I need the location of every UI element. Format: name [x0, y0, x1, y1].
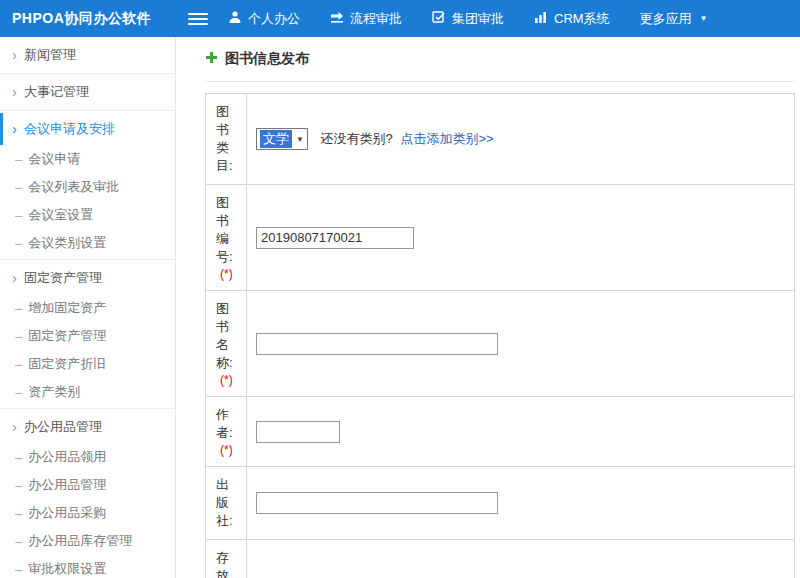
dash-icon: – [15, 562, 22, 577]
row-category: 图书类目: 文学 ▼ 还没有类别? 点击添加类别>> [206, 94, 795, 185]
row-location: 存放地点:(*) [206, 540, 795, 578]
publisher-input[interactable] [256, 492, 498, 514]
sidebar-subitem-add-asset[interactable]: –增加固定资产 [0, 294, 175, 322]
category-hint: 还没有类别? [321, 131, 393, 146]
topbar: PHPOA协同办公软件 个人办公 流程审批 集团审批 CRM系统 更多应用 ▼ [0, 0, 800, 37]
sidebar-subitem-label: 会议列表及审批 [28, 178, 119, 196]
sidebar-subitem-label: 增加固定资产 [28, 299, 106, 317]
nav-workflow-approval[interactable]: 流程审批 [330, 10, 402, 28]
sidebar-item-news-mgmt[interactable]: › 新闻管理 [0, 39, 175, 71]
add-icon [205, 51, 218, 67]
sidebar-subitem-label: 固定资产折旧 [28, 355, 106, 373]
dash-icon: – [15, 450, 22, 465]
app-window: PHPOA协同办公软件 个人办公 流程审批 集团审批 CRM系统 更多应用 ▼ [0, 0, 800, 578]
field-label: 图书名称: [216, 301, 233, 370]
chevron-right-icon: › [12, 50, 17, 60]
sidebar-subitem-label: 会议申请 [28, 150, 80, 168]
sidebar-subitem-label: 办公用品库存管理 [28, 532, 132, 550]
dash-icon: – [15, 180, 22, 195]
required-mark: (*) [220, 373, 233, 387]
main-content: 图书信息发布 图书类目: 文学 ▼ 还没有类别? 点击添加类别>> [176, 37, 800, 578]
sidebar-subitem-label: 会议类别设置 [28, 234, 106, 252]
author-input[interactable] [256, 421, 340, 443]
caret-down-icon: ▼ [700, 14, 708, 23]
sidebar-item-label: 办公用品管理 [24, 418, 102, 436]
sidebar-subitem-supplies-mgmt[interactable]: –办公用品管理 [0, 471, 175, 499]
required-mark: (*) [220, 267, 233, 281]
chevron-right-icon: › [12, 422, 17, 432]
sidebar: › 新闻管理 › 大事记管理 › 会议申请及安排 –会议申请 –会议列表及审批 … [0, 37, 176, 578]
sidebar-subitem-supplies-purchase[interactable]: –办公用品采购 [0, 499, 175, 527]
sidebar-subitem-meeting-list[interactable]: –会议列表及审批 [0, 173, 175, 201]
dash-icon: – [15, 385, 22, 400]
required-mark: (*) [220, 443, 233, 457]
book-code-input[interactable] [256, 227, 414, 249]
menu-icon[interactable] [188, 13, 208, 25]
app-logo: PHPOA协同办公软件 [0, 10, 176, 28]
sidebar-subitem-meeting-room-settings[interactable]: –会议室设置 [0, 201, 175, 229]
approval-check-icon [432, 10, 446, 27]
dash-icon: – [15, 152, 22, 167]
sidebar-item-label: 新闻管理 [24, 46, 76, 64]
sidebar-item-fixed-assets-mgmt[interactable]: › 固定资产管理 [0, 262, 175, 294]
sidebar-subitem-meeting-apply[interactable]: –会议申请 [0, 145, 175, 173]
category-select[interactable]: 文学 ▼ [256, 128, 308, 150]
row-book-name: 图书名称:(*) [206, 291, 795, 397]
nav-more-apps[interactable]: 更多应用 ▼ [640, 10, 708, 28]
sidebar-subitem-asset-depreciation[interactable]: –固定资产折旧 [0, 350, 175, 378]
nav-personal-office[interactable]: 个人办公 [228, 10, 300, 28]
topbar-nav: 个人办公 流程审批 集团审批 CRM系统 更多应用 ▼ [228, 10, 738, 28]
dash-icon: – [15, 329, 22, 344]
row-book-code: 图书编号:(*) [206, 185, 795, 291]
category-select-value: 文学 [260, 130, 292, 148]
dash-icon: – [15, 534, 22, 549]
chevron-right-icon: › [12, 87, 17, 97]
field-label: 图书编号: [216, 195, 233, 264]
sidebar-item-office-supplies-mgmt[interactable]: › 办公用品管理 [0, 411, 175, 443]
sidebar-item-label: 大事记管理 [24, 83, 89, 101]
page-header: 图书信息发布 [205, 50, 795, 82]
row-publisher: 出版社: [206, 467, 795, 540]
workflow-icon [330, 10, 344, 27]
field-label: 图书类目: [216, 104, 233, 173]
dash-icon: – [15, 236, 22, 251]
nav-label: 集团审批 [452, 10, 504, 28]
sidebar-subitem-label: 办公用品管理 [28, 476, 106, 494]
sidebar-subitem-label: 固定资产管理 [28, 327, 106, 345]
page-title: 图书信息发布 [225, 50, 309, 68]
nav-label: 流程审批 [350, 10, 402, 28]
dash-icon: – [15, 478, 22, 493]
dash-icon: – [15, 301, 22, 316]
add-category-link[interactable]: 点击添加类别>> [400, 131, 493, 146]
sidebar-subitem-supplies-claim[interactable]: –办公用品领用 [0, 443, 175, 471]
sidebar-subitem-supplies-inventory[interactable]: –办公用品库存管理 [0, 527, 175, 555]
sidebar-subitem-label: 审批权限设置 [28, 560, 106, 578]
sidebar-item-meeting-mgmt[interactable]: › 会议申请及安排 [0, 113, 175, 145]
dash-icon: – [15, 506, 22, 521]
book-name-input[interactable] [256, 333, 498, 355]
dash-icon: – [15, 357, 22, 372]
sidebar-subitem-label: 办公用品领用 [28, 448, 106, 466]
book-form: 图书类目: 文学 ▼ 还没有类别? 点击添加类别>> 图书编号:(*) [205, 93, 795, 578]
sidebar-subitem-approval-permission[interactable]: –审批权限设置 [0, 555, 175, 578]
nav-group-approval[interactable]: 集团审批 [432, 10, 504, 28]
chevron-right-icon: › [12, 124, 17, 134]
nav-label: 更多应用 [640, 10, 692, 28]
nav-crm-system[interactable]: CRM系统 [534, 10, 610, 28]
sidebar-subitem-meeting-category-settings[interactable]: –会议类别设置 [0, 229, 175, 257]
row-author: 作者:(*) [206, 397, 795, 467]
sidebar-item-memorabilia-mgmt[interactable]: › 大事记管理 [0, 76, 175, 108]
sidebar-subitem-asset-mgmt[interactable]: –固定资产管理 [0, 322, 175, 350]
nav-label: CRM系统 [554, 10, 610, 28]
chevron-right-icon: › [12, 273, 17, 283]
sidebar-item-label: 固定资产管理 [24, 269, 102, 287]
caret-down-icon: ▼ [296, 135, 304, 144]
nav-label: 个人办公 [248, 10, 300, 28]
bar-chart-icon [534, 10, 548, 27]
field-label: 作者: [216, 407, 233, 440]
field-label: 出版社: [216, 477, 233, 528]
sidebar-subitem-label: 会议室设置 [28, 206, 93, 224]
field-label: 存放地点: [216, 550, 233, 578]
sidebar-subitem-asset-category[interactable]: –资产类别 [0, 378, 175, 406]
sidebar-item-label: 会议申请及安排 [24, 120, 115, 138]
